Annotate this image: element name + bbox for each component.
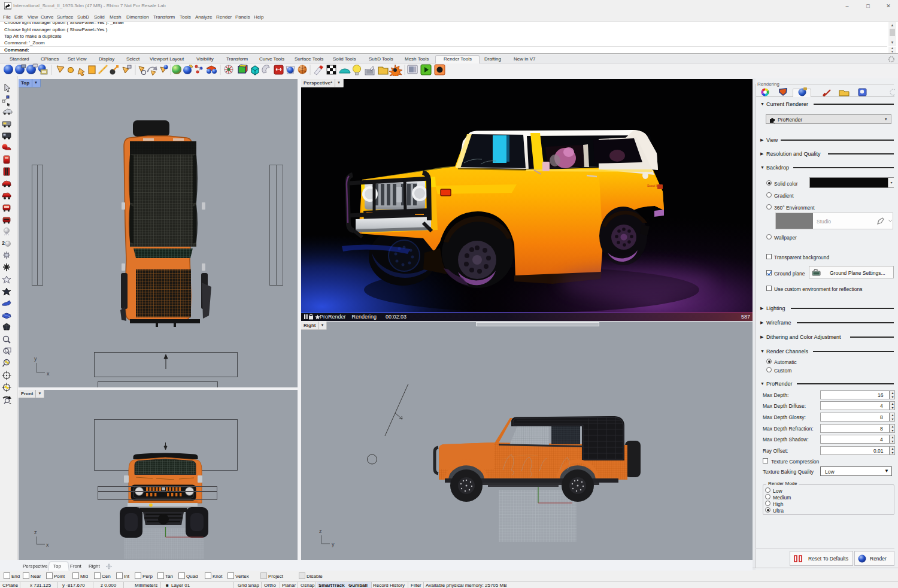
svg-text:x: x [47,371,50,377]
svg-text:z: z [319,528,322,534]
svg-text:y: y [332,541,335,547]
svg-text:x: x [46,542,49,548]
svg-text:Scout II: Scout II [647,184,657,187]
svg-text:z: z [34,529,37,535]
svg-text:2: 2 [2,240,5,246]
svg-text:y: y [34,356,37,362]
